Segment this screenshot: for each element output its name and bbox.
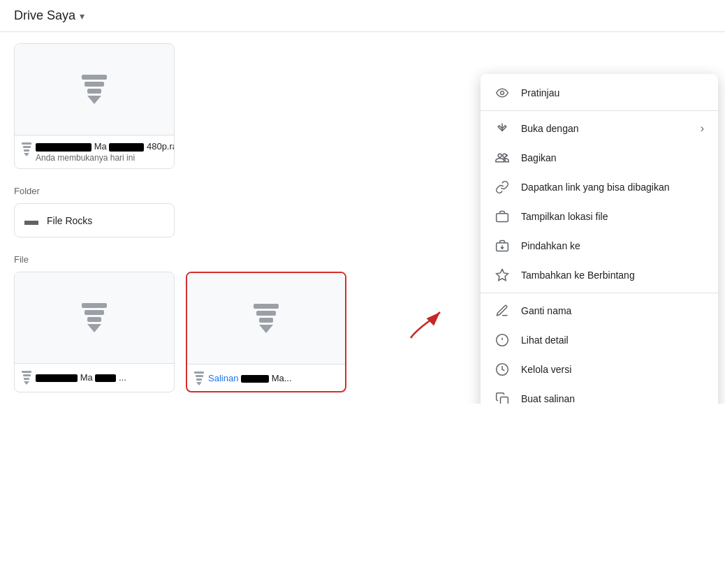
svg-rect-1 [497, 214, 508, 222]
menu-icon-ganti-nama [495, 303, 510, 318]
menu-item-buka-dengan[interactable]: Buka dengan› [481, 114, 718, 143]
menu-divider [481, 110, 718, 111]
menu-icon-pratinjau [495, 85, 510, 101]
menu-text-pindahkan: Pindahkan ke [521, 240, 704, 251]
rar-icon [82, 75, 107, 104]
menu-text-lihat-detail: Lihat detail [521, 335, 704, 346]
menu-submenu-arrow: › [701, 122, 704, 135]
drive-title-chevron[interactable]: ▾ [80, 10, 85, 22]
folder-item[interactable]: ▬ File Rocks [14, 203, 175, 237]
menu-text-buka-dengan: Buka dengan [521, 123, 689, 134]
recent-filename: Ma 480p.rar [36, 141, 175, 152]
menu-item-bagikan[interactable]: Bagikan [481, 143, 718, 172]
menu-item-tambahkan-berbintang[interactable]: Tambahkan ke Berbintang [481, 260, 718, 290]
recent-label: Anda membukanya hari ini [36, 153, 175, 163]
menu-icon-lihat-detail [495, 332, 510, 348]
drive-title[interactable]: Drive Saya ▾ [14, 8, 85, 23]
menu-item-tampilkan-lokasi[interactable]: Tampilkan lokasi file [481, 202, 718, 231]
files-grid: Ma ... [14, 272, 419, 392]
context-menu: PratinjauBuka dengan›BagikanDapatkan lin… [481, 74, 718, 404]
menu-item-buat-salinan[interactable]: Buat salinan [481, 384, 718, 404]
files-area: Ma 480p.rar Anda membukanya hari ini Fol… [14, 43, 419, 392]
folder-name: File Rocks [47, 215, 92, 226]
file-card-2[interactable]: Salinan Ma... [186, 272, 346, 392]
menu-icon-tampilkan-lokasi [495, 209, 510, 224]
main-content: Ma 480p.rar Anda membukanya hari ini Fol… [0, 32, 725, 404]
menu-item-dapatkan-link[interactable]: Dapatkan link yang bisa dibagikan [481, 172, 718, 202]
file-card-1-info: Ma ... [15, 363, 174, 390]
svg-rect-8 [501, 397, 508, 404]
recent-file-card[interactable]: Ma 480p.rar Anda membukanya hari ini [14, 43, 175, 169]
svg-point-0 [501, 91, 504, 95]
file-card-2-preview [187, 273, 345, 364]
menu-text-pratinjau: Pratinjau [521, 87, 704, 98]
recent-file-info: Ma 480p.rar Anda membukanya hari ini [36, 141, 175, 163]
menu-item-ganti-nama[interactable]: Ganti nama [481, 296, 718, 325]
menu-icon-pindahkan [495, 238, 510, 253]
menu-text-tampilkan-lokasi: Tampilkan lokasi file [521, 211, 704, 222]
file-card-1[interactable]: Ma ... [14, 272, 175, 392]
menu-icon-bagikan [495, 150, 510, 166]
menu-item-kelola-versi[interactable]: Kelola versi [481, 355, 718, 384]
file-card-2-info: Salinan Ma... [187, 364, 345, 391]
menu-item-pindahkan[interactable]: Pindahkan ke [481, 231, 718, 260]
file-2-label: Salinan Ma... [208, 373, 338, 383]
menu-divider [481, 293, 718, 293]
svg-marker-3 [497, 270, 508, 281]
menu-icon-buat-salinan [495, 391, 510, 404]
menu-icon-kelola-versi [495, 362, 510, 377]
menu-text-kelola-versi: Kelola versi [521, 364, 704, 375]
header: Drive Saya ▾ [0, 0, 725, 32]
menu-icon-tambahkan-berbintang [495, 267, 510, 283]
folder-icon: ▬ [24, 212, 38, 228]
file-section-label: File [14, 254, 419, 265]
menu-text-bagikan: Bagikan [521, 152, 704, 163]
menu-item-pratinjau[interactable]: Pratinjau [481, 78, 718, 108]
menu-icon-buka-dengan [495, 121, 510, 136]
menu-item-lihat-detail[interactable]: Lihat detail [481, 325, 718, 355]
drive-title-text: Drive Saya [14, 8, 75, 23]
folder-section-label: Folder [14, 186, 419, 196]
menu-text-dapatkan-link: Dapatkan link yang bisa dibagikan [521, 182, 704, 193]
file-1-label: Ma ... [36, 372, 167, 383]
menu-text-buat-salinan: Buat salinan [521, 393, 704, 404]
recent-card-preview [15, 44, 174, 135]
file-card-1-preview [15, 272, 174, 363]
rar-icon-file2 [254, 304, 279, 333]
recent-card-info: Ma 480p.rar Anda membukanya hari ini [15, 135, 174, 168]
menu-text-tambahkan-berbintang: Tambahkan ke Berbintang [521, 270, 704, 281]
menu-icon-dapatkan-link [495, 179, 510, 195]
menu-text-ganti-nama: Ganti nama [521, 305, 704, 316]
rar-icon-file1 [82, 303, 107, 332]
small-rar-icon-1 [22, 371, 31, 385]
small-rar-icon-2 [194, 372, 204, 385]
small-rar-icon [22, 142, 31, 156]
